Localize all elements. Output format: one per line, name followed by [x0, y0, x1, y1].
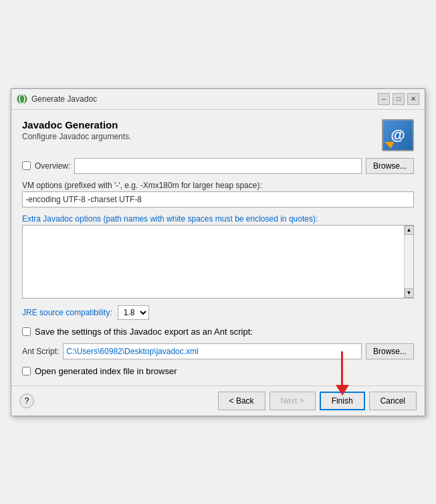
generate-javadoc-dialog: Generate Javadoc – □ ✕ Javadoc Generatio…	[11, 88, 425, 416]
section-subtitle: Configure Javadoc arguments.	[22, 132, 382, 141]
scrollbar-down-button[interactable]: ▼	[405, 288, 414, 298]
extra-options-label-link: with white spaces must be enclosed in qu…	[150, 214, 312, 224]
section-header: Javadoc Generation Configure Javadoc arg…	[22, 119, 414, 151]
javadoc-icon-arrow	[385, 142, 394, 149]
open-index-label: Open generated index file in browser	[35, 366, 177, 376]
save-settings-checkbox[interactable]	[22, 327, 31, 336]
ant-script-input[interactable]: C:\Users\60982\Desktop\javadoc.xml	[63, 343, 362, 359]
section-title: Javadoc Generation	[22, 119, 382, 131]
overview-checkbox[interactable]	[22, 161, 31, 170]
extra-options-wrap: ▲ ▼	[22, 225, 414, 299]
button-bar: ? < Back Next > Finish Cancel	[11, 386, 425, 416]
close-button[interactable]: ✕	[407, 93, 419, 105]
scrollbar-up-button[interactable]: ▲	[405, 226, 414, 235]
jre-select[interactable]: 1.8 11 17	[118, 305, 149, 320]
javadoc-icon	[382, 119, 414, 151]
red-arrow-indicator	[336, 351, 349, 396]
vm-options-label: VM options (prefixed with '-', e.g. -Xmx…	[22, 181, 414, 190]
open-index-checkbox[interactable]	[22, 367, 31, 375]
extra-options-textarea[interactable]	[23, 226, 404, 298]
overview-label: Overview:	[35, 161, 70, 171]
title-bar-controls: – □ ✕	[378, 93, 419, 105]
cancel-button[interactable]: Cancel	[369, 392, 417, 410]
overview-input[interactable]	[74, 158, 362, 174]
help-button[interactable]: ?	[19, 394, 34, 408]
finish-wrapper: Finish	[320, 392, 365, 410]
save-settings-row: Save the settings of this Javadoc export…	[22, 327, 414, 337]
extra-options-section: Extra Javadoc options (path names with w…	[22, 214, 414, 299]
jre-label: JRE source compatibility:	[22, 308, 112, 317]
vm-options-section: VM options (prefixed with '-', e.g. -Xmx…	[22, 181, 414, 207]
overview-row: Overview: Browse...	[22, 158, 414, 174]
svg-point-0	[17, 94, 27, 104]
title-bar-left: Generate Javadoc	[17, 94, 97, 104]
arrow-line	[341, 351, 343, 385]
back-button[interactable]: < Back	[218, 392, 265, 410]
arrow-head	[336, 385, 349, 396]
section-title-block: Javadoc Generation Configure Javadoc arg…	[22, 119, 382, 141]
title-bar: Generate Javadoc – □ ✕	[11, 89, 425, 110]
save-settings-label: Save the settings of this Javadoc export…	[35, 327, 253, 337]
eclipse-icon	[17, 94, 27, 104]
extra-options-label: Extra Javadoc options (path names with w…	[22, 214, 414, 224]
overview-browse-button[interactable]: Browse...	[366, 158, 414, 174]
action-buttons: < Back Next > Finish Cancel	[218, 392, 417, 410]
open-index-row: Open generated index file in browser	[22, 366, 414, 376]
ant-script-label: Ant Script:	[22, 347, 59, 356]
dialog-title: Generate Javadoc	[31, 94, 97, 104]
vm-options-input[interactable]: -encoding UTF-8 -charset UTF-8	[22, 191, 414, 207]
extra-options-label-suffix: ):	[313, 214, 318, 224]
extra-options-scrollbar[interactable]: ▲ ▼	[404, 226, 413, 298]
extra-options-label-prefix: Extra Javadoc options (path names	[22, 214, 150, 224]
ant-script-row: Ant Script: C:\Users\60982\Desktop\javad…	[22, 343, 414, 359]
maximize-button[interactable]: □	[393, 93, 405, 105]
dialog-content: Javadoc Generation Configure Javadoc arg…	[11, 110, 425, 386]
next-button[interactable]: Next >	[269, 392, 316, 410]
ant-script-browse-button[interactable]: Browse...	[366, 343, 414, 359]
jre-row: JRE source compatibility: 1.8 11 17	[22, 305, 414, 320]
minimize-button[interactable]: –	[378, 93, 390, 105]
